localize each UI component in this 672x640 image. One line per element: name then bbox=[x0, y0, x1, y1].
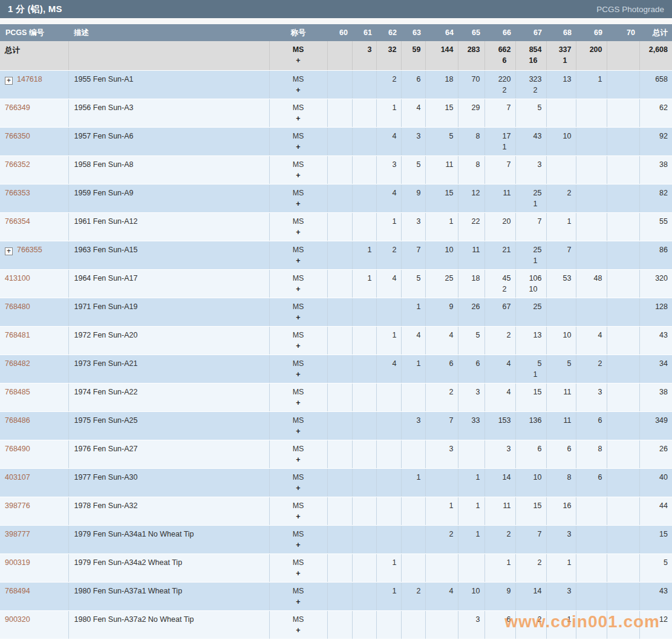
pcgs-number-link[interactable]: 766349 bbox=[5, 103, 30, 112]
col-header-61: 61 bbox=[352, 24, 376, 41]
grade-plus-count: 1 bbox=[520, 256, 538, 265]
grade-64-cell: 10 bbox=[425, 241, 458, 269]
pcgs-number-link[interactable]: 900320 bbox=[5, 615, 30, 624]
coin-description: 1972 Fen Sun-A20 bbox=[68, 326, 269, 354]
designation-ms-label: MS bbox=[274, 103, 323, 112]
designation-plus-label: + bbox=[274, 56, 323, 65]
designation-cell: MS+ bbox=[269, 184, 327, 212]
coin-description: 1956 Fen Sun-A3 bbox=[68, 99, 269, 127]
grade-69-cell: 48 bbox=[576, 269, 607, 298]
pcgs-number-link[interactable]: 766352 bbox=[5, 160, 30, 169]
coin-description: 1964 Fen Sun-A17 bbox=[68, 269, 269, 298]
grade-61-cell bbox=[352, 553, 376, 582]
grade-count: 8 bbox=[463, 160, 480, 169]
pcgs-number-link[interactable]: 768482 bbox=[5, 359, 30, 368]
pcgs-number-cell: +147618 bbox=[0, 70, 68, 99]
grade-count: 3 bbox=[581, 388, 602, 396]
grade-62-cell bbox=[376, 497, 401, 525]
expand-icon[interactable]: + bbox=[5, 77, 13, 85]
designation-cell: MS+ bbox=[269, 411, 327, 440]
grade-count: 70 bbox=[463, 75, 480, 83]
grade-61-cell bbox=[352, 354, 376, 383]
pcgs-number-link[interactable]: 766355 bbox=[17, 246, 42, 254]
pcgs-number-link[interactable]: 768480 bbox=[5, 302, 30, 311]
designation-cell: MS+ bbox=[269, 99, 327, 127]
grade-62-cell bbox=[376, 383, 401, 411]
grade-61-cell bbox=[352, 383, 376, 411]
grade-65-cell: 1 bbox=[458, 468, 484, 497]
pcgs-number-link[interactable]: 768481 bbox=[5, 331, 30, 339]
grade-count: 6 bbox=[430, 359, 454, 368]
grade-count: 2 bbox=[489, 530, 511, 538]
grade-count: 1 bbox=[381, 217, 397, 226]
grade-60-cell bbox=[327, 212, 352, 241]
grade-66-cell: 6626 bbox=[484, 41, 515, 70]
grade-68-cell: 6 bbox=[546, 440, 576, 468]
grade-count: 45 bbox=[489, 274, 511, 282]
pcgs-number-link[interactable]: 147618 bbox=[17, 75, 42, 83]
grade-count: 3 bbox=[406, 132, 421, 140]
expand-icon[interactable]: + bbox=[5, 247, 13, 255]
designation-ms-label: MS bbox=[274, 246, 323, 254]
grade-70-cell bbox=[607, 212, 639, 241]
pcgs-number-link[interactable]: 403107 bbox=[5, 473, 30, 482]
grade-62-cell: 3 bbox=[376, 155, 401, 184]
grade-61-cell: 3 bbox=[352, 41, 376, 70]
designation-plus-label: + bbox=[274, 313, 323, 322]
pcgs-number-link[interactable]: 900319 bbox=[5, 558, 30, 567]
pcgs-number-link[interactable]: 766350 bbox=[5, 132, 30, 140]
grade-64-cell: 18 bbox=[425, 70, 458, 99]
pcgs-number-link[interactable]: 766353 bbox=[5, 189, 30, 197]
grade-70-cell bbox=[607, 326, 639, 354]
grade-count: 5 bbox=[406, 274, 421, 282]
grade-64-cell: 11 bbox=[425, 155, 458, 184]
pcgs-number-link[interactable]: 413100 bbox=[5, 274, 30, 282]
pcgs-number-link[interactable]: 766354 bbox=[5, 217, 30, 226]
designation-plus-label: + bbox=[274, 569, 323, 578]
pcgs-number-link[interactable]: 398777 bbox=[5, 530, 30, 538]
grade-67-cell: 2 bbox=[515, 553, 546, 582]
designation-plus-label: + bbox=[274, 484, 323, 492]
grade-60-cell bbox=[327, 610, 352, 639]
row-total-cell: 320 bbox=[639, 269, 672, 298]
grade-66-cell: 2 bbox=[484, 326, 515, 354]
grade-count: 12 bbox=[463, 189, 480, 197]
grade-62-cell bbox=[376, 298, 401, 326]
table-row: 7684821973 Fen Sun-A21MS+41664515234 bbox=[0, 354, 672, 383]
grade-64-cell bbox=[425, 553, 458, 582]
pcgs-photograde-link[interactable]: PCGS Photograde bbox=[596, 5, 664, 14]
designation-ms-label: MS bbox=[274, 473, 323, 482]
table-row: 7684851974 Fen Sun-A22MS+2341511338 bbox=[0, 383, 672, 411]
designation-ms-label: MS bbox=[274, 587, 323, 595]
grade-63-cell: 1 bbox=[401, 354, 425, 383]
grade-67-cell: 2 bbox=[515, 610, 546, 639]
col-header-pcgs-number: PCGS 编号 bbox=[0, 24, 68, 41]
pcgs-number-link[interactable]: 768490 bbox=[5, 445, 30, 453]
row-total-cell: 40 bbox=[639, 468, 672, 497]
grade-69-cell bbox=[576, 127, 607, 155]
grade-67-cell: 85416 bbox=[515, 41, 546, 70]
col-header-69: 69 bbox=[576, 24, 607, 41]
grade-count: 4 bbox=[581, 331, 602, 339]
grade-68-cell: 7 bbox=[546, 241, 576, 269]
grade-count: 6 bbox=[581, 473, 602, 482]
grade-67-cell: 6 bbox=[515, 440, 546, 468]
grade-count: 26 bbox=[463, 302, 480, 311]
grade-63-cell: 9 bbox=[401, 184, 425, 212]
pcgs-number-cell: 766350 bbox=[0, 127, 68, 155]
grade-69-cell bbox=[576, 212, 607, 241]
pcgs-number-link[interactable]: 768486 bbox=[5, 416, 30, 425]
grade-70-cell bbox=[607, 298, 639, 326]
grade-65-cell: 1 bbox=[458, 525, 484, 553]
grade-count: 136 bbox=[520, 416, 542, 425]
pcgs-number-link[interactable]: 398776 bbox=[5, 501, 30, 510]
col-header-63: 63 bbox=[401, 24, 425, 41]
pcgs-number-link[interactable]: 768485 bbox=[5, 388, 30, 396]
grade-count: 4 bbox=[430, 587, 454, 595]
grade-61-cell bbox=[352, 184, 376, 212]
designation-plus-label: + bbox=[274, 143, 323, 151]
pcgs-number-link[interactable]: 768494 bbox=[5, 587, 30, 595]
designation-ms-label: MS bbox=[274, 75, 323, 83]
grade-count: 4 bbox=[381, 132, 397, 140]
grade-62-cell: 2 bbox=[376, 241, 401, 269]
